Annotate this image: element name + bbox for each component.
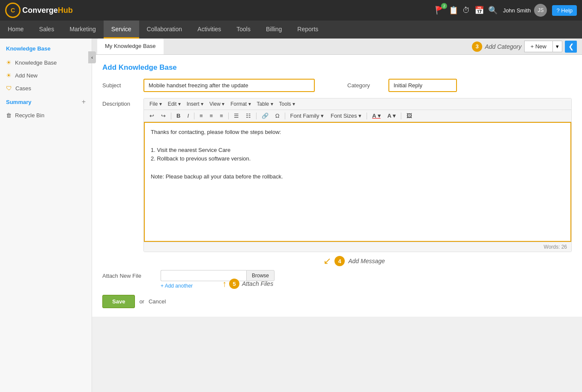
- toolbar-sep6: [367, 113, 367, 119]
- align-left-button[interactable]: ≡: [197, 111, 206, 120]
- sidebar-collapse-btn[interactable]: ‹: [88, 51, 96, 63]
- menu-view[interactable]: View ▾: [206, 100, 227, 108]
- subject-row: Subject Category Initial Reply General T…: [102, 79, 572, 92]
- sidebar-item-label: Cases: [15, 85, 31, 92]
- menu-format[interactable]: Format ▾: [227, 100, 254, 108]
- image-button[interactable]: 🖼: [403, 111, 415, 120]
- back-button[interactable]: ❮: [565, 41, 577, 53]
- annotation-5-badge: 5: [229, 279, 239, 289]
- editor-line4: Note: Please backup all your data before…: [151, 172, 564, 181]
- cases-icon: 🛡: [6, 85, 12, 92]
- italic-button[interactable]: I: [184, 111, 192, 120]
- subject-category-area: 2 Add Subject ↷ Subject Category Initial…: [102, 79, 572, 92]
- menu-file[interactable]: File ▾: [146, 100, 165, 108]
- font-family-button[interactable]: Font Family ▾: [287, 111, 327, 120]
- nav-tools[interactable]: Tools: [229, 21, 258, 39]
- annotation-5-arrow: ↑: [222, 279, 227, 289]
- sidebar-item-label: Add New: [15, 72, 38, 79]
- nav-collaboration[interactable]: Collaboration: [139, 21, 190, 39]
- form-title: Add Knowledge Base: [102, 63, 572, 72]
- add-category-area: 3 Add Category: [472, 42, 522, 52]
- cancel-link[interactable]: Cancel: [149, 298, 166, 305]
- new-button[interactable]: + New: [524, 41, 552, 52]
- nav-sales[interactable]: Sales: [31, 21, 62, 39]
- summary-label[interactable]: Summary: [6, 99, 31, 105]
- editor-menu-bar: File ▾ Edit ▾ Insert ▾ View ▾ Format ▾ T…: [144, 98, 571, 110]
- font-sizes-button[interactable]: Font Sizes ▾: [328, 111, 364, 120]
- nav-marketing[interactable]: Marketing: [62, 21, 103, 39]
- list-ul-button[interactable]: ☰: [231, 111, 242, 120]
- tab-my-knowledge-base[interactable]: My Knowledge Base: [97, 39, 164, 54]
- special-char-button[interactable]: Ω: [272, 111, 283, 120]
- editor-content[interactable]: Thanks for contacting, please follow the…: [144, 122, 571, 242]
- tab-bar: My Knowledge Base 3 Add Category + New ▾…: [92, 39, 582, 55]
- font-color-button[interactable]: A ▾: [369, 111, 384, 120]
- nav-activities[interactable]: Activities: [190, 21, 229, 39]
- link-button[interactable]: 🔗: [259, 111, 272, 120]
- form-container: Add Knowledge Base 2 Add Subject ↷ Subje…: [92, 55, 582, 317]
- description-row: Description File ▾ Edit ▾ Insert ▾ View …: [102, 98, 572, 252]
- new-dropdown-button[interactable]: ▾: [552, 41, 562, 52]
- bold-button[interactable]: B: [173, 111, 183, 120]
- align-center-button[interactable]: ≡: [207, 111, 216, 120]
- annotation-5: ↑ 5 Attach Files: [222, 279, 273, 289]
- subject-label: Subject: [102, 82, 137, 89]
- summary-section: Summary +: [0, 95, 92, 109]
- notification-badge: 2: [441, 3, 447, 9]
- align-right-button[interactable]: ≡: [217, 111, 226, 120]
- subject-input[interactable]: [143, 79, 315, 92]
- menu-insert[interactable]: Insert ▾: [184, 100, 206, 108]
- summary-add-btn[interactable]: +: [82, 98, 86, 106]
- annotation-4-badge: 4: [334, 256, 345, 266]
- sidebar: Knowledge Base ‹ ☀ Knowledge Base ☀ Add …: [0, 39, 92, 392]
- nav-home[interactable]: Home: [0, 21, 31, 39]
- logo-icon: C: [5, 3, 21, 18]
- logo-text: ConvergeHub: [22, 6, 73, 15]
- menu-tools[interactable]: Tools ▾: [276, 100, 298, 108]
- top-bar: C ConvergeHub 🚩 2 📋 ⏱ 📅 🔍 John Smith JS …: [0, 0, 582, 21]
- annotation-4-label: Add Message: [348, 258, 385, 264]
- calendar-icon[interactable]: 📅: [475, 6, 484, 15]
- words-count: Words: 26: [544, 244, 567, 250]
- sidebar-item-add-new[interactable]: ☀ Add New: [0, 69, 92, 82]
- sidebar-item-recycle-bin[interactable]: 🗑 Recycle Bin: [0, 109, 92, 122]
- content-area: My Knowledge Base 3 Add Category + New ▾…: [92, 39, 582, 392]
- bg-color-button[interactable]: A ▾: [385, 111, 399, 120]
- nav-reports[interactable]: Reports: [290, 21, 326, 39]
- editor-wrapper: File ▾ Edit ▾ Insert ▾ View ▾ Format ▾ T…: [143, 98, 572, 252]
- clock-icon[interactable]: ⏱: [463, 6, 470, 15]
- menu-table[interactable]: Table ▾: [254, 100, 276, 108]
- sidebar-title: Knowledge Base: [0, 43, 92, 56]
- attach-row: Attach New File Browse: [102, 270, 572, 281]
- recycle-icon: 🗑: [6, 112, 12, 119]
- help-button[interactable]: ? Help: [552, 5, 577, 16]
- menu-edit[interactable]: Edit ▾: [165, 100, 184, 108]
- annotation-4-arrow: ↙: [323, 255, 331, 267]
- toolbar-sep3: [228, 113, 229, 119]
- annotation-5-label: Attach Files: [242, 280, 273, 287]
- nav-billing[interactable]: Billing: [258, 21, 290, 39]
- top-icons: 🚩 2 📋 ⏱ 📅 🔍: [435, 6, 498, 15]
- undo-button[interactable]: ↩: [146, 111, 157, 120]
- avatar: JS: [534, 4, 547, 17]
- add-another-area: + Add another ↑ 5 Attach Files: [102, 283, 572, 289]
- knowledge-base-icon: ☀: [6, 59, 12, 66]
- attach-section: Attach New File Browse + Add another ↑ 5…: [102, 270, 572, 289]
- flag-icon[interactable]: 🚩 2: [435, 6, 445, 15]
- category-select[interactable]: Initial Reply General Technical Billing: [388, 79, 457, 92]
- list-ol-button[interactable]: ☷: [243, 111, 254, 120]
- tabs: My Knowledge Base: [97, 39, 164, 54]
- nav-service[interactable]: Service: [104, 21, 139, 39]
- editor-toolbar: ↩ ↪ B I ≡ ≡ ≡ ☰ ☷ 🔗 Ω: [144, 110, 571, 122]
- save-button[interactable]: Save: [102, 295, 135, 308]
- redo-button[interactable]: ↪: [158, 111, 169, 120]
- logo: C ConvergeHub: [5, 3, 73, 18]
- clipboard-icon[interactable]: 📋: [449, 6, 458, 15]
- sidebar-item-cases[interactable]: 🛡 Cases: [0, 82, 92, 95]
- annotation-3-badge: 3: [472, 42, 482, 52]
- main-layout: Knowledge Base ‹ ☀ Knowledge Base ☀ Add …: [0, 39, 582, 392]
- search-icon[interactable]: 🔍: [488, 6, 498, 15]
- sidebar-item-label: Knowledge Base: [15, 59, 57, 66]
- add-category-label: Add Category: [485, 43, 522, 50]
- sidebar-item-knowledge-base[interactable]: ☀ Knowledge Base: [0, 56, 92, 69]
